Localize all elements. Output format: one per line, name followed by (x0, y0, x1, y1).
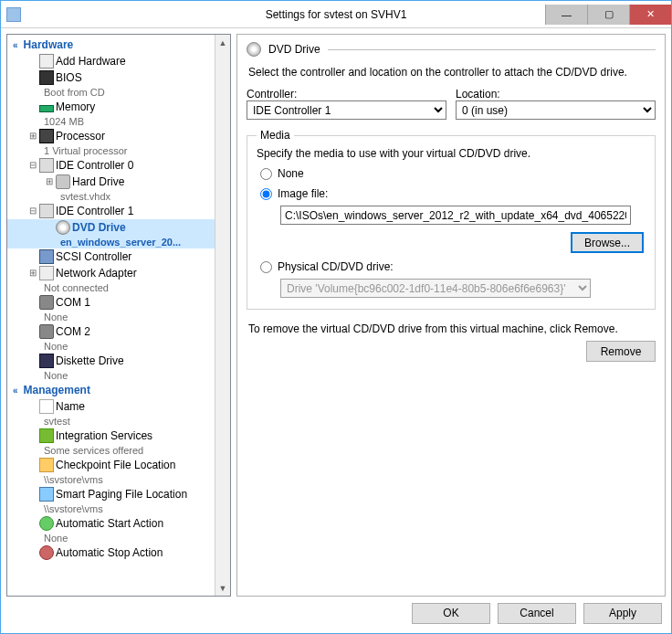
location-label: Location: (456, 88, 656, 100)
remove-button[interactable]: Remove (586, 341, 656, 362)
node-floppy[interactable]: Diskette Drive (7, 353, 215, 369)
pane-description: Select the controller and location on th… (248, 66, 654, 79)
hdd-icon (56, 174, 70, 189)
expand-icon[interactable]: ⊞ (27, 266, 37, 280)
collapse-icon: « (13, 40, 18, 50)
collapse-icon[interactable]: ⊟ (27, 158, 37, 173)
radio-none-row[interactable]: None (260, 167, 646, 180)
management-label: Management (24, 384, 90, 396)
node-autostart[interactable]: Automatic Start Action (7, 515, 215, 532)
radio-physical-row[interactable]: Physical CD/DVD drive: (260, 260, 646, 273)
settings-tree: « Hardware Add Hardware BIOS Boot from C… (6, 34, 231, 597)
media-group: Media Specify the media to use with your… (247, 129, 656, 310)
tree-scrollbar[interactable]: ▲ ▼ (215, 35, 230, 596)
node-network[interactable]: ⊞ Network Adapter (7, 265, 215, 281)
node-com2-sub: None (7, 340, 215, 353)
radio-image-row[interactable]: Image file: (260, 187, 646, 200)
node-memory[interactable]: Memory (7, 99, 215, 115)
hardware-section[interactable]: « Hardware (7, 37, 215, 53)
node-ide1[interactable]: ⊟ IDE Controller 1 (7, 203, 215, 219)
com-icon (39, 295, 54, 310)
node-smartpaging-sub: \\svstore\vms (7, 502, 215, 515)
node-memory-sub: 1024 MB (7, 115, 215, 128)
add-icon (39, 54, 54, 69)
pane-title: DVD Drive (268, 43, 320, 56)
close-button[interactable]: ✕ (629, 5, 671, 25)
com-icon (39, 324, 54, 339)
node-integration-sub: Some services offered (7, 444, 215, 457)
divider (328, 49, 656, 50)
nic-icon (39, 266, 54, 280)
browse-button[interactable]: Browse... (571, 232, 644, 253)
maximize-button[interactable]: ▢ (587, 5, 629, 25)
collapse-icon[interactable]: ⊟ (27, 204, 37, 218)
radio-image-label: Image file: (278, 187, 328, 200)
node-bios-sub: Boot from CD (7, 86, 215, 99)
memory-icon (39, 105, 54, 112)
cancel-button[interactable]: Cancel (498, 603, 576, 624)
node-harddrive-sub: svtest.vhdx (7, 190, 215, 203)
controller-label: Controller: (247, 88, 446, 100)
node-network-sub: Not connected (7, 281, 215, 294)
expand-icon[interactable]: ⊞ (44, 174, 54, 189)
folder-icon (39, 458, 54, 472)
radio-none-label: None (278, 167, 304, 180)
dvd-icon (247, 42, 261, 57)
node-autostop[interactable]: Automatic Stop Action (7, 544, 215, 561)
dvd-icon (56, 220, 70, 235)
media-description: Specify the media to use with your virtu… (257, 147, 646, 160)
node-name-sub: svtest (7, 415, 215, 428)
ok-button[interactable]: OK (412, 603, 490, 624)
radio-physical-label: Physical CD/DVD drive: (278, 260, 394, 273)
node-checkpoint-sub: \\svstore\vms (7, 473, 215, 486)
collapse-icon: « (13, 386, 18, 396)
management-section[interactable]: « Management (7, 382, 215, 398)
node-autostart-sub: None (7, 532, 215, 544)
remove-note: To remove the virtual CD/DVD drive from … (248, 322, 654, 335)
dialog-buttons: OK Cancel Apply (1, 602, 671, 629)
node-ide0[interactable]: ⊟ IDE Controller 0 (7, 157, 215, 174)
details-pane: DVD Drive Select the controller and loca… (236, 34, 666, 597)
radio-none[interactable] (260, 168, 272, 180)
titlebar: Settings for svtest on SVHV1 — ▢ ✕ (1, 1, 671, 28)
integration-icon (39, 428, 54, 443)
minimize-button[interactable]: — (545, 5, 587, 25)
paging-icon (39, 487, 54, 502)
node-com1[interactable]: COM 1 (7, 294, 215, 311)
physical-drive-select: Drive 'Volume{bc96c002-1df0-11e4-80b5-80… (280, 279, 591, 298)
node-scsi[interactable]: SCSI Controller (7, 248, 215, 265)
ide-icon (39, 158, 54, 173)
node-floppy-sub: None (7, 369, 215, 382)
node-dvddrive-sub: en_windows_server_20... (7, 236, 215, 248)
image-path-input[interactable] (280, 206, 631, 225)
node-name[interactable]: Name (7, 398, 215, 415)
scroll-up-icon[interactable]: ▲ (215, 35, 230, 50)
location-select[interactable]: 0 (in use) (456, 100, 656, 120)
node-smartpaging[interactable]: Smart Paging File Location (7, 486, 215, 502)
node-dvddrive[interactable]: DVD Drive (7, 219, 215, 236)
app-icon (6, 7, 21, 22)
scroll-down-icon[interactable]: ▼ (215, 580, 230, 596)
name-icon (39, 399, 54, 414)
floppy-icon (39, 354, 54, 368)
hardware-label: Hardware (24, 38, 74, 51)
controller-select[interactable]: IDE Controller 1 (247, 100, 446, 120)
apply-button[interactable]: Apply (583, 603, 662, 624)
node-processor[interactable]: ⊞ Processor (7, 128, 215, 144)
radio-image[interactable] (260, 188, 272, 200)
node-processor-sub: 1 Virtual processor (7, 144, 215, 157)
expand-icon[interactable]: ⊞ (27, 129, 37, 143)
cpu-icon (39, 129, 54, 143)
scsi-icon (39, 249, 54, 264)
radio-physical[interactable] (260, 261, 272, 273)
node-harddrive[interactable]: ⊞ Hard Drive (7, 174, 215, 190)
node-com2[interactable]: COM 2 (7, 323, 215, 340)
media-legend: Media (257, 129, 294, 142)
node-bios[interactable]: BIOS (7, 69, 215, 86)
node-integration[interactable]: Integration Services (7, 428, 215, 444)
node-com1-sub: None (7, 311, 215, 323)
node-checkpoint[interactable]: Checkpoint File Location (7, 457, 215, 473)
bios-icon (39, 70, 54, 85)
ide-icon (39, 204, 54, 218)
node-add-hardware[interactable]: Add Hardware (7, 53, 215, 69)
